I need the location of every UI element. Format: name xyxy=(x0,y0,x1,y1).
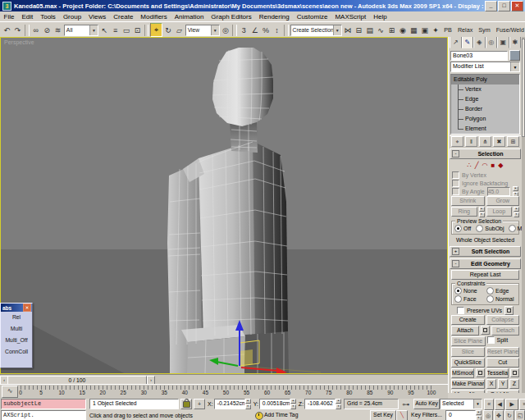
menu-item[interactable]: Create xyxy=(110,13,137,21)
constraint-edge-radio[interactable] xyxy=(486,287,494,294)
border-mode-icon[interactable]: ◠ xyxy=(482,162,487,169)
quickslice-button[interactable]: QuickSlice xyxy=(451,358,485,368)
quick-render-icon[interactable]: ✦ xyxy=(431,24,441,36)
constraint-face-radio[interactable] xyxy=(454,295,462,303)
z-coord-field[interactable]: -108.4062 xyxy=(304,399,336,409)
menu-item[interactable]: Modifiers xyxy=(137,13,171,21)
collapse-button[interactable]: Collapse xyxy=(486,315,520,325)
stack-subobject-item[interactable]: Border xyxy=(451,104,519,114)
spinner-snap-icon[interactable]: ↕ xyxy=(272,24,281,36)
hierarchy-tab[interactable]: ◈ xyxy=(473,37,486,48)
maxscript-mini-listener[interactable]: AXScript. xyxy=(1,410,86,420)
y-coord-spinner[interactable]: ▴▾ xyxy=(290,399,296,409)
abs-dialog-close-icon[interactable]: ✕ xyxy=(23,304,31,312)
view-align-button[interactable]: View Align xyxy=(451,390,485,393)
bind-to-space-warp-icon[interactable]: ≋ xyxy=(52,24,62,36)
set-key-mode-icon[interactable]: ╲ xyxy=(396,410,408,420)
key-selection-dropdown[interactable]: Selected xyxy=(440,399,482,409)
select-and-link-icon[interactable]: ∞ xyxy=(31,24,41,36)
menu-item[interactable]: Views xyxy=(85,13,110,21)
reset-plane-button[interactable]: Reset Plane xyxy=(486,347,520,357)
planar-y-button[interactable]: Y xyxy=(498,379,508,389)
snap-toggle-icon[interactable]: 3 xyxy=(239,24,249,36)
go-to-start-button[interactable]: « xyxy=(484,399,494,410)
named-selection-sets-field[interactable]: Create Selection Set xyxy=(290,25,342,36)
current-frame-field[interactable]: 0 xyxy=(445,410,476,420)
macro-script-button[interactable]: Rel xyxy=(1,312,32,323)
redo-icon[interactable]: ↷ xyxy=(12,24,22,36)
maximize-viewport-toggle-icon[interactable]: ◱ xyxy=(515,410,525,420)
menu-item[interactable]: Group xyxy=(59,13,84,21)
open-mini-curve-editor-button[interactable]: ∿ xyxy=(2,386,18,398)
percent-snap-icon[interactable]: % xyxy=(261,24,271,36)
msmooth-button[interactable]: MSmooth xyxy=(451,368,474,378)
make-unique-icon[interactable]: ⋔ xyxy=(479,136,491,147)
schematic-view-icon[interactable]: ⊞ xyxy=(386,24,396,36)
show-end-result-icon[interactable]: ‖ xyxy=(465,136,477,147)
select-and-move-icon[interactable]: ⌖ xyxy=(150,23,162,37)
grid-align-button[interactable]: Grid Align xyxy=(486,390,520,393)
polygon-mode-icon[interactable]: ■ xyxy=(491,162,495,169)
grow-button[interactable]: Grow xyxy=(486,196,520,206)
stack-subobject-item[interactable]: Polygon xyxy=(451,114,519,124)
slice-plane-button[interactable]: Slice Plane xyxy=(451,336,486,346)
panel-scrollbar-thumb[interactable] xyxy=(522,39,525,137)
planar-z-button[interactable]: Z xyxy=(509,379,519,389)
align-icon[interactable]: ⊟ xyxy=(354,24,363,36)
attach-settings-button[interactable] xyxy=(481,326,490,335)
menu-item[interactable]: MAXScript xyxy=(331,13,370,21)
object-color-swatch[interactable] xyxy=(509,50,520,61)
macro-script-button[interactable]: ConnColl xyxy=(1,346,32,358)
select-and-scale-icon[interactable]: ▱ xyxy=(174,24,184,36)
macro-recorder-pane[interactable]: subobjectLe xyxy=(1,399,86,409)
by-angle-checkbox[interactable] xyxy=(452,188,459,195)
stack-item-editable-poly[interactable]: Editable Poly xyxy=(451,75,519,84)
use-pivot-center-icon[interactable]: ◎ xyxy=(221,24,231,36)
window-crossing-icon[interactable]: ⊡ xyxy=(132,24,142,36)
create-button[interactable]: Create xyxy=(451,315,485,325)
macro-script-button[interactable]: Multi xyxy=(1,323,32,335)
y-coord-field[interactable]: 0.00518cm xyxy=(259,399,290,409)
loop-spinner[interactable]: ▴▾ xyxy=(514,207,519,217)
preserve-uvs-checkbox[interactable] xyxy=(457,307,464,314)
soft-selection-rollout-header[interactable]: + Soft Selection xyxy=(450,246,521,257)
previous-frame-button[interactable]: ◀ xyxy=(495,399,504,410)
absolute-mode-toggle[interactable]: + xyxy=(194,399,205,409)
select-by-name-icon[interactable]: ≡ xyxy=(110,24,120,36)
select-object-icon[interactable]: ↖ xyxy=(99,24,109,36)
modify-tab[interactable]: ✎ xyxy=(462,37,474,48)
by-vertex-checkbox[interactable] xyxy=(452,171,459,179)
mirror-icon[interactable]: ⋈ xyxy=(343,24,353,36)
macro-script-button[interactable]: Multi_Off xyxy=(1,335,32,346)
abs-floating-toolbar[interactable]: abs ✕ RelMultiMulti_OffConnColl xyxy=(0,303,33,368)
pb-button[interactable]: PB xyxy=(441,24,454,36)
x-coord-field[interactable]: -0.21452cm xyxy=(214,399,245,409)
menu-item[interactable]: File xyxy=(0,13,18,21)
preserve-uvs-settings-button[interactable] xyxy=(504,306,514,315)
sym-script-button[interactable]: Sym xyxy=(476,24,492,36)
utilities-tab[interactable]: ✱ xyxy=(509,37,522,48)
vertex-mode-icon[interactable]: ∴ xyxy=(468,162,472,169)
material-editor-icon[interactable]: ◉ xyxy=(398,24,408,36)
object-name-field[interactable]: Bone03 xyxy=(450,51,508,61)
render-setup-icon[interactable]: ▦ xyxy=(409,24,418,36)
motion-tab[interactable]: ◎ xyxy=(486,37,498,48)
play-button[interactable]: ▶ xyxy=(505,399,518,410)
configure-modifier-sets-icon[interactable]: ⊞ xyxy=(507,136,519,147)
ring-spinner[interactable]: ▴▾ xyxy=(479,207,485,217)
tessellate-settings-button[interactable] xyxy=(510,368,519,377)
arc-rotate-icon[interactable]: ↻ xyxy=(504,410,514,420)
track-bar[interactable]: 0510152025303540455055606570758085909510… xyxy=(0,384,448,399)
split-checkbox[interactable] xyxy=(487,336,495,344)
stack-subobject-item[interactable]: Vertex xyxy=(451,84,519,94)
remove-modifier-icon[interactable]: ✖ xyxy=(493,136,505,147)
edit-geometry-rollout-header[interactable]: - Edit Geometry xyxy=(450,258,521,269)
modifier-list-dropdown[interactable]: Modifier List xyxy=(450,62,520,72)
layer-manager-icon[interactable]: ▤ xyxy=(364,24,374,36)
loop-button[interactable]: Loop xyxy=(486,207,513,217)
edge-mode-icon[interactable]: ╱ xyxy=(475,162,479,169)
go-to-end-button[interactable]: » xyxy=(519,399,525,410)
repeat-last-button[interactable]: Repeat Last xyxy=(451,270,519,280)
minimize-button[interactable]: _ xyxy=(485,1,497,11)
abs-dialog-titlebar[interactable]: abs ✕ xyxy=(1,304,32,312)
